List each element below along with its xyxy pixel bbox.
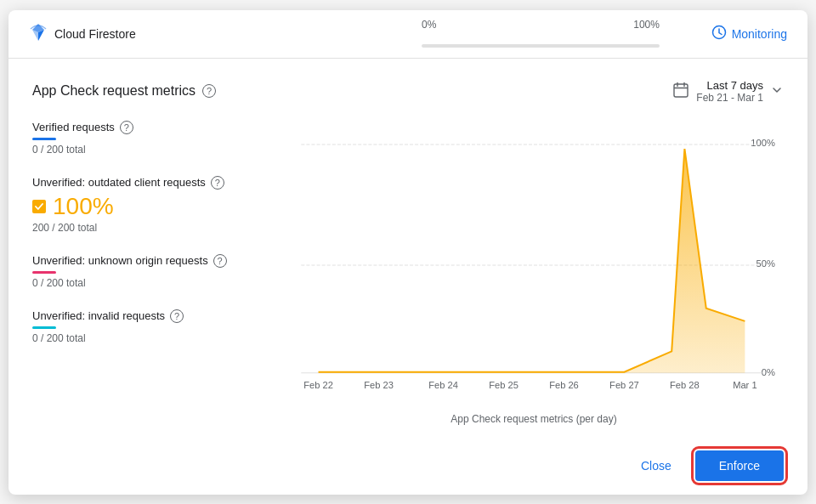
date-range-text: Last 7 days Feb 21 - Mar 1 [696, 79, 763, 104]
svg-text:Feb 22: Feb 22 [303, 379, 333, 389]
svg-text:Feb 27: Feb 27 [609, 379, 639, 389]
enforce-button[interactable]: Enforce [695, 450, 784, 481]
app-check-dialog: Cloud Firestore 0% 100% Monitoring [8, 10, 808, 495]
metric-line-verified [32, 138, 56, 140]
metric-help-outdated[interactable]: ? [211, 176, 224, 190]
metric-line-unknown [32, 271, 56, 274]
metric-percentage-outdated: 100% [53, 193, 114, 220]
progress-section: 0% 100% [370, 20, 711, 48]
svg-text:50%: 50% [756, 258, 775, 269]
chart-svg-wrapper: 100% 50% 0% [284, 121, 784, 410]
footer: Close Enforce [8, 437, 808, 495]
svg-text:Feb 24: Feb 24 [428, 379, 458, 389]
metric-name-unknown: Unverified: unknown origin requests [32, 254, 208, 267]
metric-total-invalid: 0 / 200 total [32, 332, 270, 344]
metric-item-outdated: Unverified: outdated client requests ? 1… [32, 176, 270, 234]
metric-label-unknown: Unverified: unknown origin requests ? [32, 254, 270, 268]
date-range-sub: Feb 21 - Mar 1 [696, 92, 763, 104]
firestore-icon [29, 24, 48, 43]
metrics-header: App Check request metrics ? Last 7 days … [32, 79, 784, 104]
metric-label-verified: Verified requests ? [32, 121, 270, 134]
metric-label-invalid: Unverified: invalid requests ? [32, 309, 270, 323]
metrics-help-icon[interactable]: ? [202, 84, 216, 98]
svg-text:100%: 100% [751, 138, 775, 148]
metrics-title-text: App Check request metrics [32, 83, 196, 99]
chart-svg: 100% 50% 0% [284, 121, 784, 410]
chevron-down-icon [770, 83, 784, 99]
svg-text:0%: 0% [762, 366, 775, 377]
close-button[interactable]: Close [627, 452, 685, 479]
svg-text:Feb 26: Feb 26 [549, 379, 579, 389]
svg-rect-1 [674, 84, 688, 97]
progress-label-0: 0% [422, 19, 436, 31]
progress-label-100: 100% [633, 19, 660, 31]
metric-item-verified: Verified requests ? 0 / 200 total [32, 121, 270, 156]
progress-bar-bg [422, 44, 660, 48]
monitoring-label: Monitoring [732, 27, 787, 41]
metric-name-outdated: Unverified: outdated client requests [32, 176, 206, 189]
metric-name-invalid: Unverified: invalid requests [32, 309, 165, 322]
clock-icon [711, 25, 727, 42]
calendar-icon [672, 82, 689, 101]
date-range-label: Last 7 days [696, 79, 763, 92]
metric-total-verified: 0 / 200 total [32, 144, 270, 156]
service-name: Cloud Firestore [54, 27, 136, 41]
svg-text:Mar 1: Mar 1 [733, 379, 756, 389]
main-content: App Check request metrics ? Last 7 days … [8, 59, 808, 437]
metric-label-outdated: Unverified: outdated client requests ? [32, 176, 270, 190]
metric-total-outdated: 200 / 200 total [32, 222, 270, 234]
monitoring-link[interactable]: Monitoring [711, 25, 787, 42]
svg-text:Feb 23: Feb 23 [364, 379, 394, 389]
date-range-selector[interactable]: Last 7 days Feb 21 - Mar 1 [672, 79, 784, 104]
metric-name-verified: Verified requests [32, 121, 115, 133]
metric-help-verified[interactable]: ? [120, 121, 133, 134]
svg-text:Feb 25: Feb 25 [489, 379, 518, 389]
metric-checkbox-outdated[interactable] [32, 200, 46, 213]
metric-line-invalid [32, 326, 56, 329]
metric-help-unknown[interactable]: ? [213, 254, 227, 268]
chart-area: 100% 50% 0% [270, 121, 784, 425]
metrics-list: Verified requests ? 0 / 200 total Unveri… [32, 121, 270, 425]
metric-item-unknown: Unverified: unknown origin requests ? 0 … [32, 254, 270, 289]
body-area: Verified requests ? 0 / 200 total Unveri… [32, 121, 784, 425]
chart-xlabel: App Check request metrics (per day) [284, 413, 784, 425]
metrics-title-area: App Check request metrics ? [32, 83, 216, 99]
metric-item-invalid: Unverified: invalid requests ? 0 / 200 t… [32, 309, 270, 344]
top-bar: Cloud Firestore 0% 100% Monitoring [8, 10, 808, 59]
metric-help-invalid[interactable]: ? [170, 309, 184, 323]
metric-total-unknown: 0 / 200 total [32, 277, 270, 289]
svg-text:Feb 28: Feb 28 [670, 379, 700, 389]
service-label: Cloud Firestore [29, 24, 370, 43]
